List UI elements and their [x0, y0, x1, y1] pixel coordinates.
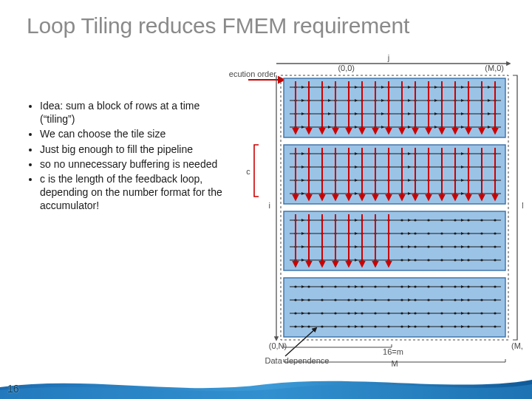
svg-point-298 — [427, 312, 429, 314]
svg-point-223 — [454, 245, 456, 248]
svg-point-304 — [294, 325, 296, 327]
svg-point-225 — [480, 245, 482, 248]
m-label: M — [391, 359, 398, 366]
svg-point-312 — [400, 325, 403, 327]
svg-point-302 — [480, 312, 482, 314]
svg-point-274 — [321, 299, 323, 301]
svg-point-275 — [334, 299, 336, 301]
svg-point-219 — [400, 245, 403, 248]
axis-i-label: i — [269, 201, 270, 210]
svg-point-297 — [414, 312, 416, 314]
svg-point-311 — [387, 325, 389, 327]
svg-point-287 — [494, 299, 496, 301]
exec-order-label: Execution order — [229, 69, 276, 78]
data-dep-label: Data dependence — [265, 356, 330, 365]
svg-point-257 — [307, 285, 310, 287]
svg-point-190 — [440, 219, 443, 221]
slide-number: 16 — [7, 383, 19, 395]
svg-point-242 — [494, 259, 496, 261]
svg-point-187 — [400, 219, 403, 221]
svg-point-235 — [400, 259, 403, 261]
svg-point-282 — [427, 299, 429, 301]
n-label: N — [522, 201, 523, 210]
footer-wave — [0, 374, 532, 399]
svg-point-210 — [494, 232, 496, 234]
svg-point-221 — [427, 245, 429, 248]
svg-point-310 — [374, 325, 376, 327]
m0-label: (M,0) — [485, 64, 504, 72]
svg-point-316 — [454, 325, 456, 327]
svg-point-305 — [307, 325, 310, 327]
svg-point-290 — [321, 312, 323, 314]
svg-point-286 — [480, 299, 482, 301]
svg-point-264 — [400, 285, 403, 287]
svg-point-194 — [494, 219, 496, 221]
bullet-item: so no unnecessary buffering is needed — [40, 157, 226, 171]
bullet-item: Just big enough to fill the pipeline — [40, 143, 226, 156]
tile-2 — [284, 145, 505, 204]
svg-point-259 — [334, 285, 336, 287]
svg-point-291 — [334, 312, 336, 314]
bullet-item: We can choose the tile size — [40, 127, 226, 140]
svg-point-277 — [361, 299, 363, 301]
svg-point-193 — [480, 219, 482, 221]
tile-1 — [284, 78, 505, 137]
svg-point-315 — [440, 325, 443, 327]
svg-point-299 — [440, 312, 443, 314]
svg-point-261 — [361, 285, 363, 287]
svg-point-283 — [440, 299, 443, 301]
svg-point-256 — [294, 285, 296, 287]
svg-point-273 — [307, 299, 310, 301]
svg-point-313 — [414, 325, 416, 327]
svg-point-267 — [440, 285, 443, 287]
svg-point-206 — [440, 232, 443, 234]
svg-point-258 — [321, 285, 323, 287]
bullet-item: c is the length of the feedback loop, de… — [40, 172, 226, 213]
svg-point-295 — [387, 312, 389, 314]
svg-point-281 — [414, 299, 416, 301]
svg-point-319 — [494, 325, 496, 327]
svg-point-280 — [400, 299, 403, 301]
svg-point-303 — [494, 312, 496, 314]
svg-point-294 — [374, 312, 376, 314]
svg-point-285 — [467, 299, 469, 301]
svg-point-269 — [467, 285, 469, 287]
slide: Loop Tiling reduces FMEM requirement Ide… — [0, 0, 532, 399]
svg-point-205 — [427, 232, 429, 234]
svg-point-262 — [374, 285, 376, 287]
c-label: c — [246, 167, 250, 176]
svg-point-239 — [454, 259, 456, 261]
svg-point-279 — [387, 299, 389, 301]
svg-point-308 — [347, 325, 349, 327]
svg-point-318 — [480, 325, 482, 327]
svg-point-240 — [467, 259, 469, 261]
svg-point-265 — [414, 285, 416, 287]
svg-point-307 — [334, 325, 336, 327]
origin-bottom-label: (0,N) — [269, 341, 287, 350]
svg-point-207 — [454, 232, 456, 234]
svg-point-276 — [347, 299, 349, 301]
origin-label: (0,0) — [338, 64, 355, 72]
tiling-diagram: j (0,0) (M,0) Execution order i c N — [229, 50, 523, 366]
svg-point-289 — [307, 312, 310, 314]
svg-point-192 — [467, 219, 469, 221]
svg-point-288 — [294, 312, 296, 314]
svg-point-204 — [414, 232, 416, 234]
svg-point-208 — [467, 232, 469, 234]
bullet-item: Idea: sum a block of rows at a time (“ti… — [40, 99, 226, 126]
svg-point-292 — [347, 312, 349, 314]
svg-point-263 — [387, 285, 389, 287]
bullet-list: Idea: sum a block of rows at a time (“ti… — [27, 99, 226, 214]
svg-point-203 — [400, 232, 403, 234]
svg-point-301 — [467, 312, 469, 314]
svg-point-314 — [427, 325, 429, 327]
svg-point-296 — [400, 312, 403, 314]
svg-point-237 — [427, 259, 429, 261]
16m-label: 16=m — [383, 347, 403, 356]
slide-title: Loop Tiling reduces FMEM requirement — [27, 13, 409, 38]
axis-j-label: j — [387, 53, 389, 62]
svg-point-188 — [414, 219, 416, 221]
svg-point-317 — [467, 325, 469, 327]
svg-point-260 — [347, 285, 349, 287]
svg-point-306 — [321, 325, 323, 327]
